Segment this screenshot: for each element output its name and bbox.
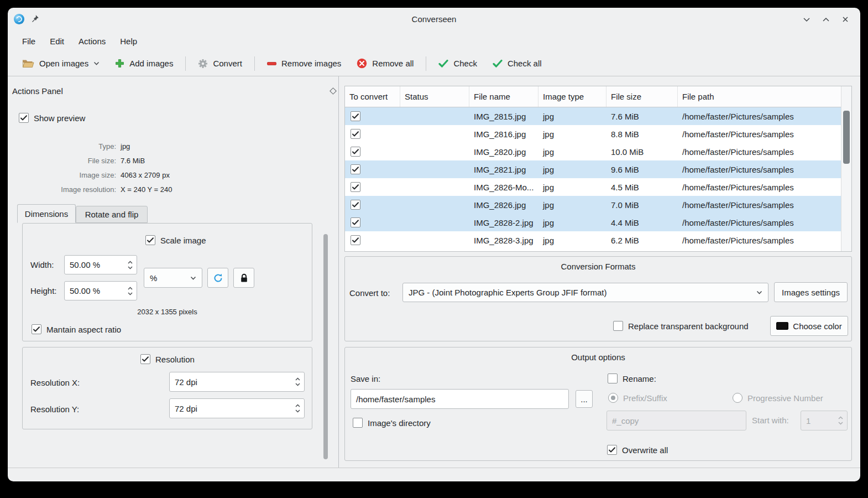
- row-file-path: /home/faster/Pictures/samples: [678, 147, 841, 157]
- row-file-path: /home/faster/Pictures/samples: [678, 112, 841, 121]
- column-file-name[interactable]: File name: [469, 86, 538, 107]
- row-checkbox[interactable]: [351, 235, 360, 245]
- show-preview-checkbox[interactable]: Show preview: [19, 113, 85, 123]
- refresh-icon: [213, 273, 223, 283]
- panel-scrollbar[interactable]: [323, 234, 328, 459]
- open-images-button[interactable]: Open images: [15, 54, 106, 74]
- table-row[interactable]: IMG_2820.jpg jpg 10.0 MiB /home/faster/P…: [345, 143, 841, 160]
- tab-dimensions[interactable]: Dimensions: [17, 204, 76, 223]
- row-checkbox[interactable]: [351, 129, 360, 139]
- dock-float-icon[interactable]: [330, 87, 337, 95]
- resolution-y-label: Resolution Y:: [30, 404, 79, 414]
- column-file-size[interactable]: File size: [606, 86, 678, 107]
- spinner-arrows-icon[interactable]: [838, 416, 843, 425]
- convert-button[interactable]: Convert: [191, 54, 249, 74]
- reset-size-button[interactable]: [207, 268, 228, 288]
- unit-value: %: [150, 273, 190, 283]
- row-checkbox[interactable]: [351, 200, 360, 210]
- spinner-arrows-icon[interactable]: [295, 404, 300, 413]
- add-images-button[interactable]: Add images: [108, 54, 180, 74]
- column-image-type[interactable]: Image type: [538, 86, 606, 107]
- table-scrollbar-handle[interactable]: [843, 111, 850, 164]
- replace-background-checkbox[interactable]: Replace transparent background: [613, 321, 749, 331]
- check-all-icon: [493, 59, 503, 68]
- checkbox-box: [145, 235, 155, 245]
- image-size-label: Image size:: [19, 171, 116, 179]
- images-settings-button[interactable]: Images settings: [774, 282, 848, 302]
- table-row[interactable]: IMG_2816.jpg jpg 8.8 MiB /home/faster/Pi…: [345, 125, 841, 143]
- spinner-arrows-icon[interactable]: [128, 261, 133, 269]
- table-row[interactable]: IMG_2826.jpg jpg 7.0 MiB /home/faster/Pi…: [345, 196, 841, 214]
- choose-color-label: Choose color: [793, 321, 841, 331]
- resolution-x-spinbox[interactable]: 72 dpi: [169, 372, 305, 392]
- table-row[interactable]: IMG_2828-2.jpg jpg 4.4 MiB /home/faster/…: [345, 214, 841, 231]
- menu-actions[interactable]: Actions: [71, 33, 113, 49]
- row-image-type: jpg: [538, 147, 606, 157]
- spinner-arrows-icon[interactable]: [295, 377, 300, 386]
- info-row-type: Type: jpg: [19, 139, 218, 153]
- table-row[interactable]: IMG_2828-3.jpg jpg 6.2 MiB /home/faster/…: [345, 231, 841, 249]
- resolution-y-spinbox[interactable]: 72 dpi: [169, 398, 305, 418]
- start-with-value: 1: [806, 416, 838, 426]
- tab-rotate-and-flip[interactable]: Rotate and flip: [76, 206, 148, 223]
- maintain-aspect-checkbox[interactable]: Mantain aspect ratio: [32, 324, 121, 334]
- table-row[interactable]: IMG_2821.jpg jpg 9.6 MiB /home/faster/Pi…: [345, 160, 841, 178]
- prefix-suffix-radio[interactable]: Prefix/Suffix: [608, 393, 667, 403]
- file-size-value: 7.6 MiB: [121, 157, 145, 165]
- lock-icon: [240, 273, 248, 283]
- actions-panel-title: Actions Panel: [12, 86, 63, 96]
- browse-button[interactable]: ...: [576, 390, 593, 408]
- rename-pattern-input[interactable]: [606, 411, 746, 430]
- spinner-arrows-icon[interactable]: [128, 287, 133, 295]
- table-row[interactable]: IMG_2815.jpg jpg 7.6 MiB /home/faster/Pi…: [345, 107, 841, 125]
- remove-all-button[interactable]: Remove all: [350, 54, 420, 74]
- overwrite-all-checkbox[interactable]: Overwrite all: [607, 445, 668, 455]
- resolution-x-label: Resolution X:: [30, 378, 80, 387]
- row-checkbox[interactable]: [351, 164, 360, 174]
- check-all-button[interactable]: Check all: [486, 54, 548, 74]
- maximize-button[interactable]: [821, 14, 831, 24]
- width-spinbox[interactable]: 50.00 %: [64, 255, 137, 274]
- row-checkbox[interactable]: [351, 217, 360, 227]
- choose-color-button[interactable]: Choose color: [770, 316, 848, 336]
- remove-images-label: Remove images: [281, 59, 341, 68]
- images-directory-checkbox[interactable]: Image's directory: [353, 418, 431, 428]
- start-with-spinbox[interactable]: 1: [801, 411, 848, 430]
- column-status[interactable]: Status: [400, 86, 469, 107]
- table-row[interactable]: IMG_2826-Mo... jpg 4.5 MiB /home/faster/…: [345, 178, 841, 196]
- save-path-input[interactable]: [351, 389, 569, 409]
- remove-images-button[interactable]: Remove images: [260, 54, 348, 74]
- minimize-button[interactable]: [802, 14, 812, 24]
- menu-file[interactable]: File: [15, 33, 43, 49]
- gear-icon: [198, 59, 208, 69]
- column-to-convert[interactable]: To convert: [345, 86, 400, 107]
- row-checkbox[interactable]: [351, 147, 360, 157]
- row-checkbox[interactable]: [351, 182, 360, 192]
- unit-combobox[interactable]: %: [144, 268, 202, 288]
- scaled-pixels-info: 2032 x 1355 pixels: [23, 308, 312, 316]
- scale-image-checkbox[interactable]: Scale image: [145, 235, 206, 245]
- plus-icon: [115, 59, 124, 68]
- resolution-checkbox[interactable]: Resolution: [140, 354, 195, 364]
- row-file-size: 6.2 MiB: [606, 236, 678, 245]
- format-combobox[interactable]: JPG - (Joint Photographic Experts Group …: [402, 283, 768, 302]
- progressive-number-radio[interactable]: Progressive Number: [733, 393, 823, 403]
- lock-ratio-button[interactable]: [233, 268, 254, 288]
- row-checkbox[interactable]: [351, 111, 360, 121]
- checkbox-box: [608, 374, 618, 383]
- row-image-type: jpg: [538, 183, 606, 192]
- close-button[interactable]: [840, 14, 850, 24]
- row-file-name: IMG_2826.jpg: [469, 200, 538, 210]
- table-scrollbar[interactable]: [841, 86, 851, 251]
- height-spinbox[interactable]: 50.00 %: [64, 281, 137, 300]
- rename-checkbox[interactable]: Rename:: [608, 374, 656, 383]
- check-button[interactable]: Check: [432, 54, 484, 74]
- row-file-size: 10.0 MiB: [606, 147, 678, 157]
- convert-label: Convert: [213, 59, 242, 68]
- menu-edit[interactable]: Edit: [43, 33, 71, 49]
- overwrite-all-label: Overwrite all: [622, 445, 668, 455]
- info-row-image-size: Image size: 4063 x 2709 px: [19, 168, 218, 182]
- menu-help[interactable]: Help: [113, 33, 144, 49]
- column-file-path[interactable]: File path: [678, 86, 841, 107]
- toolbar: Open images Add images Convert: [8, 51, 860, 76]
